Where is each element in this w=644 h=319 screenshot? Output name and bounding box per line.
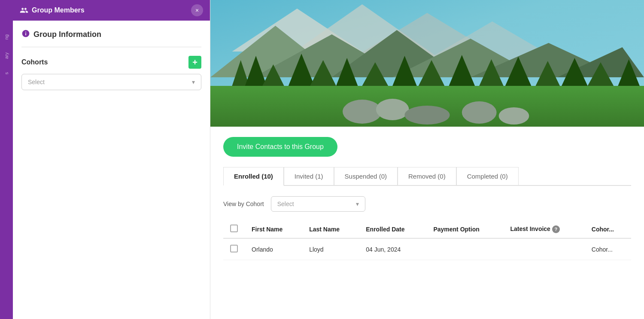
cohort-select-chevron-icon: ▾ xyxy=(192,79,195,85)
th-first-name: First Name xyxy=(245,220,302,238)
nav-item-1: ng xyxy=(4,34,9,39)
cell-payment-option xyxy=(426,238,503,260)
th-enrolled-date: Enrolled Date xyxy=(359,220,426,238)
cell-latest-invoice xyxy=(504,238,585,260)
svg-point-28 xyxy=(343,100,382,124)
cohort-select-placeholder: Select xyxy=(28,79,45,85)
cohorts-header: Cohorts + xyxy=(21,56,201,69)
group-info-label: Group Information xyxy=(33,30,101,39)
content-area: Invite Contacts to this Group Enrolled (… xyxy=(210,127,644,270)
th-cohort: Cohor... xyxy=(585,220,631,238)
hero-banner xyxy=(210,0,644,127)
th-checkbox xyxy=(223,220,245,238)
sidebar-close-button[interactable]: × xyxy=(191,4,203,16)
th-last-name: Last Name xyxy=(302,220,359,238)
partial-nav: ng ary s xyxy=(0,0,13,319)
tab-enrolled[interactable]: Enrolled (10) xyxy=(223,167,284,186)
row-checkbox-cell xyxy=(223,238,245,260)
sidebar-body: Group Information Cohorts + Select ▾ xyxy=(13,21,210,319)
cohorts-title: Cohorts xyxy=(21,58,48,66)
members-table: First Name Last Name Enrolled Date Payme… xyxy=(223,220,631,260)
th-latest-invoice: Latest Invoice ? xyxy=(504,220,585,238)
select-all-checkbox[interactable] xyxy=(230,225,238,232)
cohorts-section: Cohorts + Select ▾ xyxy=(21,56,201,90)
table-header-row: First Name Last Name Enrolled Date Payme… xyxy=(223,220,631,238)
svg-point-32 xyxy=(499,107,529,125)
th-payment-option: Payment Option xyxy=(426,220,503,238)
sidebar-panel: Group Members × Group Information Cohort… xyxy=(13,0,210,319)
nav-item-2: ary xyxy=(4,52,9,59)
tab-removed[interactable]: Removed (0) xyxy=(398,167,456,185)
svg-point-29 xyxy=(376,99,409,120)
group-info-section: Group Information xyxy=(21,29,201,47)
svg-point-30 xyxy=(404,106,450,125)
sidebar-header-left: Group Members xyxy=(20,6,85,15)
filter-row: View by Cohort Select ▾ xyxy=(223,196,631,212)
tab-suspended[interactable]: Suspended (0) xyxy=(334,167,398,185)
cell-first-name: Orlando xyxy=(245,238,302,260)
cohort-select-dropdown[interactable]: Select ▾ xyxy=(21,74,201,90)
latest-invoice-help-icon[interactable]: ? xyxy=(552,225,560,233)
main-content: Invite Contacts to this Group Enrolled (… xyxy=(210,0,644,319)
cohort-filter-placeholder: Select xyxy=(277,201,294,207)
cell-cohort: Cohor... xyxy=(585,238,631,260)
nav-item-3: s xyxy=(4,72,9,75)
mountain-illustration xyxy=(210,0,644,127)
tab-completed[interactable]: Completed (0) xyxy=(456,167,519,185)
info-icon xyxy=(21,29,30,40)
tabs-container: Enrolled (10) Invited (1) Suspended (0) … xyxy=(223,167,631,186)
cell-last-name: Lloyd xyxy=(302,238,359,260)
invite-contacts-button[interactable]: Invite Contacts to this Group xyxy=(223,137,337,157)
sidebar-title: Group Members xyxy=(32,6,85,14)
group-members-icon xyxy=(20,6,28,15)
row-checkbox[interactable] xyxy=(230,245,238,252)
filter-label: View by Cohort xyxy=(223,201,264,207)
sidebar-header: Group Members × xyxy=(13,0,210,21)
cell-enrolled-date: 04 Jun, 2024 xyxy=(359,238,426,260)
svg-point-31 xyxy=(462,101,497,124)
cohort-filter-select[interactable]: Select ▾ xyxy=(271,196,365,212)
cohort-filter-chevron-icon: ▾ xyxy=(356,201,359,207)
add-cohort-button[interactable]: + xyxy=(188,56,201,69)
tab-invited[interactable]: Invited (1) xyxy=(284,167,334,185)
table-row: Orlando Lloyd 04 Jun, 2024 Cohor... xyxy=(223,238,631,260)
